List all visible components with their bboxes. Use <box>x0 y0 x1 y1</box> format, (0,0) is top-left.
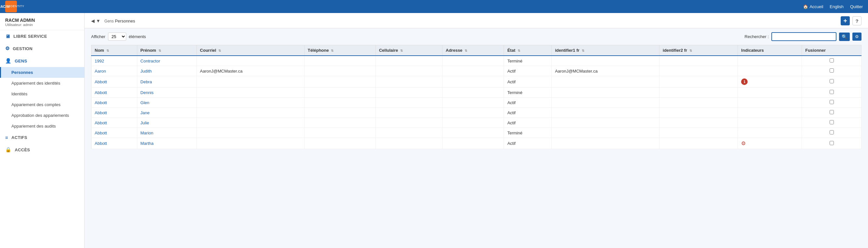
fusionner-checkbox[interactable] <box>830 110 834 114</box>
cell-indicateurs <box>738 56 802 66</box>
accueil-link[interactable]: 🏠Accueil <box>803 4 823 9</box>
cell-identifier2 <box>659 138 738 149</box>
col-cellulaire[interactable]: Cellulaire ⇅ <box>375 45 442 56</box>
search-button[interactable]: 🔍 <box>839 33 850 41</box>
fusionner-checkbox[interactable] <box>830 58 834 62</box>
top-navigation: RAC/M IDENTITY 🏠Accueil English Quitter <box>0 0 868 13</box>
cell-fusionner <box>802 108 862 118</box>
cell-telephone <box>304 66 375 76</box>
fusionner-checkbox[interactable] <box>830 141 834 145</box>
cell-fusionner <box>802 88 862 98</box>
cell-nom[interactable]: Aaron <box>91 66 137 76</box>
cell-etat: Actif <box>504 76 552 88</box>
cell-adresse <box>442 118 504 128</box>
toolbar: Afficher 25 10 50 100 éléments Recherche… <box>85 28 868 45</box>
cell-identifier2 <box>659 98 738 108</box>
help-button[interactable]: ? <box>852 16 862 25</box>
cell-nom[interactable]: Abbott <box>91 118 137 128</box>
cell-prenom[interactable]: Judith <box>137 66 196 76</box>
cell-etat: Actif <box>504 98 552 108</box>
col-indicateurs[interactable]: Indicateurs <box>738 45 802 56</box>
cell-prenom[interactable]: Debra <box>137 76 196 88</box>
cell-courriel <box>196 108 304 118</box>
cell-prenom[interactable]: Contractor <box>137 56 196 66</box>
fusionner-checkbox[interactable] <box>830 68 834 72</box>
sidebar-section-actifs[interactable]: ≡ ACTIFS <box>0 131 84 144</box>
search-input[interactable] <box>771 32 836 41</box>
cell-nom[interactable]: Abbott <box>91 128 137 138</box>
cell-courriel <box>196 138 304 149</box>
sidebar-item-appariement-identites[interactable]: Appariement des identités <box>0 78 84 89</box>
list-icon: ≡ <box>5 135 8 140</box>
cell-nom[interactable]: 1992 <box>91 56 137 66</box>
cell-identifier1 <box>552 98 659 108</box>
sidebar-item-appariement-comptes[interactable]: Appariement des comptes <box>0 99 84 110</box>
fusionner-checkbox[interactable] <box>830 120 834 124</box>
fusionner-checkbox[interactable] <box>830 90 834 94</box>
fusionner-checkbox[interactable] <box>830 100 834 104</box>
toolbar-left: Afficher 25 10 50 100 éléments <box>91 33 146 41</box>
arrow-right-icon[interactable]: ▼ <box>96 18 100 24</box>
cell-adresse <box>442 56 504 66</box>
cell-prenom[interactable]: Glen <box>137 98 196 108</box>
breadcrumb-parent: Gens <box>104 19 114 24</box>
monitor-icon: 🖥 <box>5 33 10 39</box>
sidebar-item-identites[interactable]: Identités <box>0 89 84 99</box>
col-nom[interactable]: Nom ⇅ <box>91 45 137 56</box>
gear-icon: ⚙ <box>5 45 9 52</box>
col-fusionner[interactable]: Fusionner <box>802 45 862 56</box>
admin-title: RACM ADMIN <box>5 18 79 23</box>
main-layout: RACM ADMIN Utilisateur: admin 🖥 LIBRE SE… <box>0 13 868 248</box>
items-per-page-select[interactable]: 25 10 50 100 <box>108 33 126 41</box>
cell-prenom[interactable]: Julie <box>137 118 196 128</box>
col-identifier1fr[interactable]: identifier1 fr ⇅ <box>552 45 659 56</box>
col-courriel[interactable]: Courriel ⇅ <box>196 45 304 56</box>
fusionner-checkbox[interactable] <box>830 130 834 134</box>
breadcrumb-current: Personnes <box>115 19 135 24</box>
cell-prenom[interactable]: Martha <box>137 138 196 149</box>
sidebar-item-audits[interactable]: Appariement des audits <box>0 121 84 131</box>
column-settings-button[interactable]: ⚙ <box>852 33 862 41</box>
sidebar-item-personnes[interactable]: Personnes <box>0 67 84 78</box>
cell-courriel <box>196 128 304 138</box>
col-identifier2fr[interactable]: identifier2 fr ⇅ <box>659 45 738 56</box>
sidebar: RACM ADMIN Utilisateur: admin 🖥 LIBRE SE… <box>0 13 85 248</box>
english-link[interactable]: English <box>830 4 844 9</box>
cell-cellulaire <box>375 56 442 66</box>
cell-identifier2 <box>659 66 738 76</box>
cell-nom[interactable]: Abbott <box>91 138 137 149</box>
sidebar-section-acces[interactable]: 🔒 ACCÈS <box>0 144 84 156</box>
sidebar-section-gestion[interactable]: ⚙ GESTION <box>0 42 84 55</box>
quitter-link[interactable]: Quitter <box>850 4 863 9</box>
col-telephone[interactable]: Téléphone ⇅ <box>304 45 375 56</box>
sidebar-item-approbation[interactable]: Approbation des appariements <box>0 110 84 121</box>
arrow-left-icon[interactable]: ◀ <box>91 18 95 24</box>
col-prenom[interactable]: Prénom ⇅ <box>137 45 196 56</box>
cell-prenom[interactable]: Jane <box>137 108 196 118</box>
table-row: AbbottDennisTerminé <box>91 88 862 98</box>
nav-actions: 🏠Accueil English Quitter <box>803 4 863 9</box>
cell-prenom[interactable]: Dennis <box>137 88 196 98</box>
cell-fusionner <box>802 128 862 138</box>
cell-etat: Actif <box>504 118 552 128</box>
add-button[interactable]: + <box>841 16 850 25</box>
cell-identifier2 <box>659 128 738 138</box>
cell-cellulaire <box>375 138 442 149</box>
cell-nom[interactable]: Abbott <box>91 108 137 118</box>
col-etat[interactable]: État ⇅ <box>504 45 552 56</box>
cell-prenom[interactable]: Marion <box>137 128 196 138</box>
breadcrumb: Gens Personnes <box>104 19 135 24</box>
fusionner-checkbox[interactable] <box>830 79 834 83</box>
cell-adresse <box>442 128 504 138</box>
cell-courriel <box>196 98 304 108</box>
nav-arrows[interactable]: ◀ ▼ <box>91 18 100 24</box>
cell-nom[interactable]: Abbott <box>91 98 137 108</box>
cell-indicateurs <box>738 108 802 118</box>
sidebar-section-gens[interactable]: 👤 GENS <box>0 55 84 67</box>
cell-cellulaire <box>375 66 442 76</box>
cell-indicateurs <box>738 66 802 76</box>
sidebar-section-libre-service[interactable]: 🖥 LIBRE SERVICE <box>0 30 84 42</box>
cell-nom[interactable]: Abbott <box>91 76 137 88</box>
cell-nom[interactable]: Abbott <box>91 88 137 98</box>
col-adresse[interactable]: Adresse ⇅ <box>442 45 504 56</box>
